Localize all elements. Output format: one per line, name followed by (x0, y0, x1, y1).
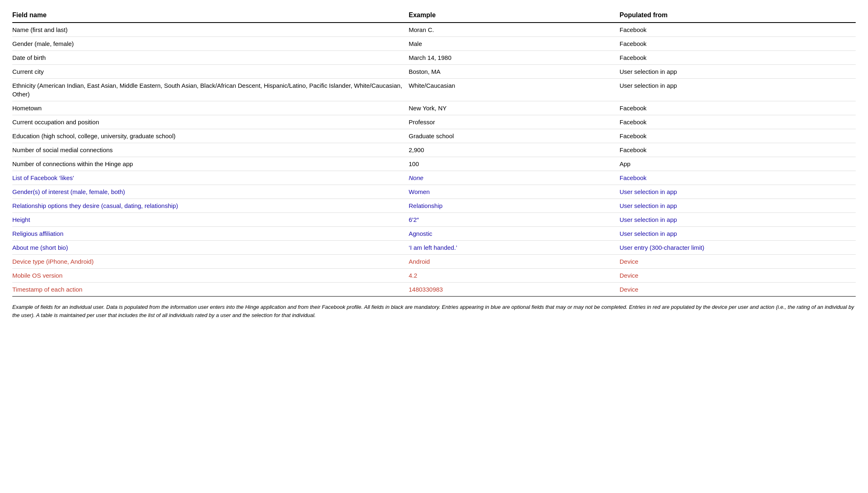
cell-populated: Facebook (620, 101, 856, 115)
cell-example: Women (409, 185, 620, 199)
cell-field: Height (12, 213, 409, 227)
cell-populated: User selection in app (620, 213, 856, 227)
cell-field: Religious affiliation (12, 227, 409, 241)
table-row: Current occupation and positionProfessor… (12, 115, 856, 129)
cell-field: Current city (12, 65, 409, 79)
table-row: Current cityBoston, MAUser selection in … (12, 65, 856, 79)
cell-field: Date of birth (12, 51, 409, 65)
table-row: Relationship options they desire (casual… (12, 199, 856, 213)
cell-populated: Facebook (620, 37, 856, 51)
cell-populated: Facebook (620, 143, 856, 157)
cell-populated: Device (620, 255, 856, 269)
table-row: Height6′2″User selection in app (12, 213, 856, 227)
cell-field: Ethnicity (American Indian, East Asian, … (12, 79, 409, 101)
data-table: Field name Example Populated from Name (… (12, 8, 856, 297)
cell-populated: App (620, 157, 856, 171)
cell-populated: Facebook (620, 51, 856, 65)
table-row: About me (short bio)‘I am left handed.’U… (12, 241, 856, 255)
table-row: HometownNew York, NYFacebook (12, 101, 856, 115)
cell-field: Timestamp of each action (12, 283, 409, 297)
cell-example: Graduate school (409, 129, 620, 143)
table-row: Religious affiliationAgnosticUser select… (12, 227, 856, 241)
cell-populated: Device (620, 269, 856, 283)
cell-populated: User selection in app (620, 79, 856, 101)
cell-field: Relationship options they desire (casual… (12, 199, 409, 213)
cell-example: Professor (409, 115, 620, 129)
table-row: Number of social medial connections2,900… (12, 143, 856, 157)
table-row: Date of birthMarch 14, 1980Facebook (12, 51, 856, 65)
cell-field: Hometown (12, 101, 409, 115)
cell-example: 4.2 (409, 269, 620, 283)
cell-populated: Facebook (620, 171, 856, 185)
cell-example: Relationship (409, 199, 620, 213)
cell-field: Mobile OS version (12, 269, 409, 283)
cell-example: Male (409, 37, 620, 51)
table-row: Ethnicity (American Indian, East Asian, … (12, 79, 856, 101)
cell-populated: Facebook (620, 115, 856, 129)
header-example: Example (409, 8, 620, 23)
cell-populated: Facebook (620, 129, 856, 143)
cell-field: Name (first and last) (12, 23, 409, 37)
cell-field: Education (high school, college, univers… (12, 129, 409, 143)
cell-populated: User selection in app (620, 185, 856, 199)
cell-field: About me (short bio) (12, 241, 409, 255)
header-populated: Populated from (620, 8, 856, 23)
table-row: Gender(s) of interest (male, female, bot… (12, 185, 856, 199)
cell-example: White/Caucasian (409, 79, 620, 101)
table-row: Device type (iPhone, Android)AndroidDevi… (12, 255, 856, 269)
header-field: Field name (12, 8, 409, 23)
cell-example: Android (409, 255, 620, 269)
cell-populated: Device (620, 283, 856, 297)
cell-field: Gender (male, female) (12, 37, 409, 51)
table-row: Timestamp of each action1480330983Device (12, 283, 856, 297)
table-row: Education (high school, college, univers… (12, 129, 856, 143)
cell-example: Moran C. (409, 23, 620, 37)
cell-field: List of Facebook ‘likes’ (12, 171, 409, 185)
cell-field: Gender(s) of interest (male, female, bot… (12, 185, 409, 199)
cell-populated: User selection in app (620, 65, 856, 79)
cell-example: March 14, 1980 (409, 51, 620, 65)
cell-field: Current occupation and position (12, 115, 409, 129)
cell-example: 1480330983 (409, 283, 620, 297)
cell-field: Number of social medial connections (12, 143, 409, 157)
table-row: Number of connections within the Hinge a… (12, 157, 856, 171)
cell-populated: Facebook (620, 23, 856, 37)
table-row: List of Facebook ‘likes’NoneFacebook (12, 171, 856, 185)
cell-example: ‘I am left handed.’ (409, 241, 620, 255)
table-row: Gender (male, female)MaleFacebook (12, 37, 856, 51)
cell-field: Number of connections within the Hinge a… (12, 157, 409, 171)
cell-example: Agnostic (409, 227, 620, 241)
cell-example: 100 (409, 157, 620, 171)
cell-example: 6′2″ (409, 213, 620, 227)
cell-populated: User selection in app (620, 227, 856, 241)
cell-example: New York, NY (409, 101, 620, 115)
table-row: Name (first and last)Moran C.Facebook (12, 23, 856, 37)
cell-example: 2,900 (409, 143, 620, 157)
cell-example: Boston, MA (409, 65, 620, 79)
cell-populated: User selection in app (620, 199, 856, 213)
table-row: Mobile OS version4.2Device (12, 269, 856, 283)
cell-field: Device type (iPhone, Android) (12, 255, 409, 269)
cell-example: None (409, 171, 620, 185)
footnote-text: Example of fields for an individual user… (12, 303, 856, 319)
cell-populated: User entry (300-character limit) (620, 241, 856, 255)
